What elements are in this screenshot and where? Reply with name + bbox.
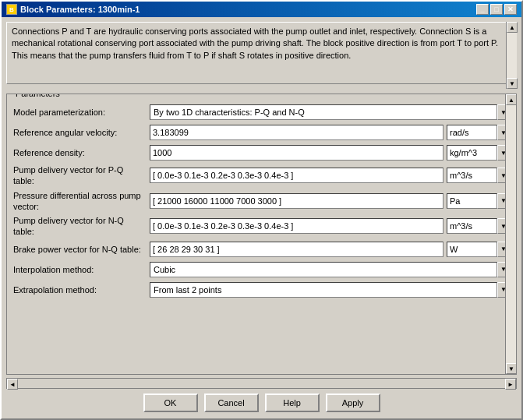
ok-button[interactable]: OK [143,394,198,412]
close-button[interactable]: ✕ [504,4,517,15]
input-area-density: kg/m^3 ▼ [150,145,510,161]
cancel-button[interactable]: Cancel [204,394,259,412]
params-group-label: Parameters [13,94,62,98]
params-scrollbar[interactable]: ▲ ▼ [505,94,516,374]
label-pressure: Pressure differential across pump vector… [13,190,150,213]
description-scrollbar[interactable]: ▲ ▼ [506,22,517,89]
params-scroll-track [506,105,516,363]
hscroll-left[interactable]: ◄ [7,379,18,390]
param-row-extrapolation: Extrapolation method: From last 2 points… [13,281,510,298]
params-scroll-down[interactable]: ▼ [506,363,517,374]
label-brake-power: Brake power vector for N-Q table: [13,244,150,255]
unit-text-density: kg/m^3 [447,145,497,161]
select-extrapolation[interactable]: From last 2 points [150,282,497,298]
unit-text-brake-power: W [447,242,497,257]
input-area-brake-power: W ▼ [150,242,510,257]
apply-button[interactable]: Apply [326,394,380,412]
param-row-interpolation: Interpolation method: Cubic ▼ [13,261,510,278]
param-row-angular-velocity: Reference angular velocity: rad/s ▼ [13,124,510,141]
main-window: B Block Parameters: 1300min-1 _ □ ✕ Conn… [0,0,523,420]
input-area-extrapolation: From last 2 points ▼ [150,282,510,298]
select-wrapper-model-parameterization: By two 1D characteristics: P-Q and N-Q ▼ [150,104,510,120]
input-area-model-parameterization: By two 1D characteristics: P-Q and N-Q ▼ [150,104,510,120]
hscroll-track [18,379,505,388]
input-area-angular-velocity: rad/s ▼ [150,125,510,140]
unit-text-delivery-pq: m^3/s [447,168,497,183]
title-bar-left: B Block Parameters: 1300min-1 [6,4,140,15]
input-pressure[interactable] [150,193,443,209]
scroll-up-arrow[interactable]: ▲ [507,22,518,33]
input-area-delivery-pq: m^3/s ▼ [150,168,510,183]
label-interpolation: Interpolation method: [13,264,150,275]
select-interpolation[interactable]: Cubic [150,262,497,277]
input-area-interpolation: Cubic ▼ [150,262,510,277]
unit-delivery-pq: m^3/s ▼ [447,168,510,183]
unit-brake-power: W ▼ [447,242,510,257]
label-density: Reference density: [13,147,150,158]
params-scroll-up[interactable]: ▲ [506,94,517,105]
description-box: Connections P and T are hydraulic conser… [6,22,517,84]
label-delivery-pq: Pump delivery vector for P-Q table: [13,164,150,187]
minimize-button[interactable]: _ [476,4,489,15]
param-row-delivery-nq: Pump delivery vector for N-Q table: m^3/… [13,215,510,238]
scroll-down-arrow[interactable]: ▼ [507,78,518,89]
unit-density: kg/m^3 ▼ [447,145,510,161]
scroll-track-desc [507,33,517,78]
input-area-delivery-nq: m^3/s ▼ [150,218,510,234]
maximize-button[interactable]: □ [490,4,503,15]
label-model-parameterization: Model parameterization: [13,107,150,118]
select-model-parameterization[interactable]: By two 1D characteristics: P-Q and N-Q [150,104,497,120]
input-density[interactable] [150,145,443,161]
unit-delivery-nq: m^3/s ▼ [447,218,510,234]
title-bar-buttons: _ □ ✕ [476,4,517,15]
label-extrapolation: Extrapolation method: [13,284,150,295]
window-content: Connections P and T are hydraulic conser… [2,17,521,418]
select-wrapper-interpolation: Cubic ▼ [150,262,510,277]
param-row-model-parameterization: Model parameterization: By two 1D charac… [13,104,510,121]
window-title: Block Parameters: 1300min-1 [20,5,140,14]
window-icon: B [6,4,17,15]
hscroll-right[interactable]: ► [505,379,516,390]
unit-pressure: Pa ▼ [447,193,510,209]
param-row-pressure: Pressure differential across pump vector… [13,190,510,213]
unit-text-delivery-nq: m^3/s [447,218,497,234]
params-group: Parameters Model parameterization: By tw… [6,94,517,375]
horizontal-scrollbar: ◄ ► [6,378,517,389]
buttons-row: OK Cancel Help Apply [6,390,517,414]
params-body: Model parameterization: By two 1D charac… [13,104,510,369]
input-brake-power[interactable] [150,242,443,257]
param-row-delivery-pq: Pump delivery vector for P-Q table: m^3/… [13,164,510,187]
description-text: Connections P and T are hydraulic conser… [12,26,498,60]
unit-text-angular-velocity: rad/s [447,125,497,140]
label-angular-velocity: Reference angular velocity: [13,127,150,138]
input-delivery-pq[interactable] [150,168,443,183]
input-delivery-nq[interactable] [150,218,443,234]
input-angular-velocity[interactable] [150,125,443,140]
title-bar: B Block Parameters: 1300min-1 _ □ ✕ [2,2,521,17]
param-row-brake-power: Brake power vector for N-Q table: W ▼ [13,241,510,258]
unit-text-pressure: Pa [447,193,497,209]
unit-angular-velocity: rad/s ▼ [447,125,510,140]
param-row-density: Reference density: kg/m^3 ▼ [13,144,510,161]
help-button[interactable]: Help [265,394,320,412]
label-delivery-nq: Pump delivery vector for N-Q table: [13,215,150,238]
select-wrapper-extrapolation: From last 2 points ▼ [150,282,510,298]
input-area-pressure: Pa ▼ [150,193,510,209]
